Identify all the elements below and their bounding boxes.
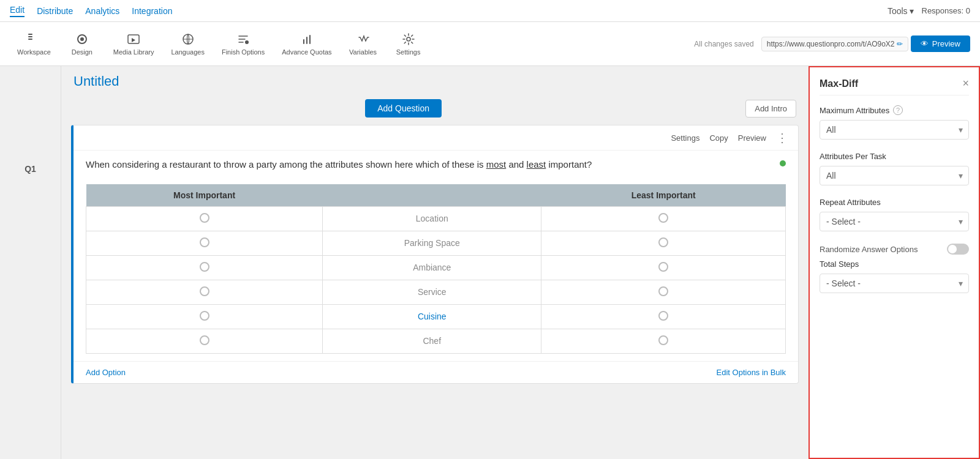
svg-point-4 (80, 37, 84, 41)
svg-point-8 (407, 37, 410, 41)
question-card-header: Settings Copy Preview ⋮ (74, 125, 798, 151)
max-attributes-label: Maximum Attributes ? (820, 105, 969, 115)
repeat-attributes-label: Repeat Attributes (820, 198, 969, 207)
finish-options-icon (236, 32, 250, 46)
toolbar: Workspace Design Media Library Languages… (0, 22, 980, 66)
max-attributes-select[interactable]: All (820, 120, 969, 140)
url-bar[interactable]: https://www.questionpro.com/t/AO9oX2 ✏ (761, 37, 908, 51)
least-radio-cell[interactable] (541, 231, 786, 255)
toolbar-variables[interactable]: Variables (342, 29, 385, 59)
toolbar-finish-options[interactable]: Finish Options (214, 29, 272, 59)
most-radio[interactable] (200, 286, 209, 296)
table-row: Service (86, 280, 786, 304)
attributes-per-task-label: Attributes Per Task (820, 152, 969, 161)
edit-bulk-link[interactable]: Edit Options in Bulk (717, 368, 786, 377)
nav-edit[interactable]: Edit (10, 5, 24, 17)
workspace-label: Workspace (17, 48, 51, 56)
media-library-label: Media Library (113, 48, 154, 56)
settings-icon (402, 32, 415, 46)
tools-button[interactable]: Tools ▾ (888, 6, 914, 16)
most-radio[interactable] (200, 335, 209, 345)
question-text-before: When considering a restaurant to throw a… (86, 159, 484, 170)
question-card: Settings Copy Preview ⋮ When considering… (71, 125, 799, 384)
least-radio-cell[interactable] (541, 255, 786, 280)
attribute-cell: Chef (323, 329, 541, 353)
add-option-link[interactable]: Add Option (86, 368, 126, 377)
most-radio-cell[interactable] (86, 231, 323, 255)
least-radio-cell[interactable] (541, 280, 786, 304)
edit-url-icon[interactable]: ✏ (897, 40, 903, 48)
attributes-per-task-select[interactable]: All (820, 166, 969, 185)
svg-rect-1 (28, 36, 32, 37)
preview-button[interactable]: 👁 Preview (911, 35, 970, 52)
attribute-cell: Location (323, 206, 541, 231)
least-radio[interactable] (658, 213, 668, 223)
least-important-header: Least Important (541, 184, 786, 207)
max-attributes-help-icon[interactable]: ? (893, 105, 903, 115)
center-content: Untitled Add Question Add Intro Settings… (61, 66, 809, 459)
attributes-per-task-select-wrapper: All (820, 166, 969, 185)
total-steps-section: Total Steps - Select - (820, 259, 969, 293)
settings-link[interactable]: Settings (671, 133, 699, 143)
most-radio-cell[interactable] (86, 304, 323, 329)
toolbar-design[interactable]: Design (61, 29, 104, 59)
eye-icon: 👁 (921, 39, 929, 48)
url-text: https://www.questionpro.com/t/AO9oX2 (767, 40, 895, 48)
most-radio-cell[interactable] (86, 206, 323, 231)
least-radio[interactable] (658, 311, 668, 321)
max-attributes-section: Maximum Attributes ? All (820, 105, 969, 140)
main-layout: Q1 Untitled Add Question Add Intro Setti… (0, 66, 980, 459)
repeat-attributes-select[interactable]: - Select - (820, 212, 969, 231)
toolbar-settings[interactable]: Settings (387, 29, 430, 59)
randomize-label: Randomize Answer Options (820, 245, 918, 254)
media-library-icon (127, 32, 140, 46)
toolbar-advance-quotas[interactable]: Advance Quotas (274, 29, 339, 59)
most-radio-cell[interactable] (86, 255, 323, 280)
advance-quotas-label: Advance Quotas (282, 48, 331, 56)
table-row: Chef (86, 329, 786, 353)
top-nav: Edit Distribute Analytics Integration To… (0, 0, 980, 22)
top-nav-left: Edit Distribute Analytics Integration (10, 5, 172, 17)
least-radio-cell[interactable] (541, 206, 786, 231)
toolbar-media-library[interactable]: Media Library (106, 29, 162, 59)
table-row: Ambiance (86, 255, 786, 280)
least-radio-cell[interactable] (541, 304, 786, 329)
more-options-icon[interactable]: ⋮ (776, 130, 788, 145)
question-most-word: most (486, 159, 507, 170)
question-text-middle: and (508, 159, 526, 170)
toolbar-workspace[interactable]: Workspace (10, 29, 58, 59)
panel-title: Max-Diff (820, 78, 858, 89)
attribute-header (323, 184, 541, 207)
most-radio-cell[interactable] (86, 329, 323, 353)
svg-point-7 (245, 40, 249, 44)
add-intro-button[interactable]: Add Intro (745, 100, 796, 118)
question-least-word: least (527, 159, 546, 170)
right-panel: Max-Diff × Maximum Attributes ? All Attr… (809, 66, 980, 459)
least-radio[interactable] (658, 262, 668, 272)
total-steps-select[interactable]: - Select - (820, 274, 969, 293)
diff-table: Most Important Least Important Location … (86, 184, 786, 354)
card-footer: Add Option Edit Options in Bulk (74, 361, 798, 383)
most-radio[interactable] (200, 213, 209, 223)
most-radio[interactable] (200, 262, 209, 272)
nav-integration[interactable]: Integration (132, 6, 172, 16)
least-radio[interactable] (658, 286, 668, 296)
attributes-per-task-section: Attributes Per Task All (820, 152, 969, 185)
settings-label: Settings (396, 48, 421, 56)
nav-analytics[interactable]: Analytics (85, 6, 119, 16)
close-icon[interactable]: × (962, 77, 969, 90)
least-radio-cell[interactable] (541, 329, 786, 353)
randomize-toggle[interactable] (947, 244, 969, 255)
most-radio-cell[interactable] (86, 280, 323, 304)
least-radio[interactable] (658, 335, 668, 345)
preview-link[interactable]: Preview (738, 133, 766, 143)
least-radio[interactable] (658, 237, 668, 247)
nav-distribute[interactable]: Distribute (37, 6, 73, 16)
most-radio[interactable] (200, 311, 209, 321)
most-radio[interactable] (200, 237, 209, 247)
add-question-button[interactable]: Add Question (365, 99, 442, 118)
question-text: When considering a restaurant to throw a… (74, 151, 798, 179)
toolbar-languages[interactable]: Languages (164, 29, 211, 59)
copy-link[interactable]: Copy (709, 133, 728, 143)
svg-rect-0 (28, 34, 32, 35)
